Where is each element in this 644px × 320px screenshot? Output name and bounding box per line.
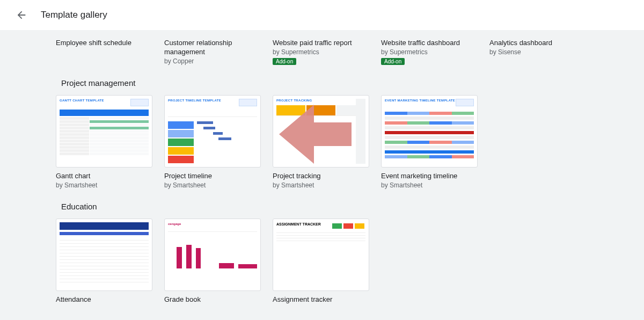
- template-title: Project timeline: [164, 172, 261, 181]
- template-author: by Smartsheet: [381, 181, 478, 189]
- template-title: Website traffic dashboard: [381, 39, 478, 48]
- template-title: Assignment tracker: [273, 295, 369, 304]
- arrow-left-icon: [16, 9, 27, 21]
- template-card-attendance[interactable]: Attendance: [56, 219, 152, 304]
- template-title: Grade book: [164, 295, 261, 304]
- template-thumbnail[interactable]: [56, 219, 152, 291]
- thumb-info-box: [456, 99, 474, 106]
- template-card-project-tracking[interactable]: PROJECT TRACKING Project tracking by Sma…: [273, 95, 369, 189]
- template-card[interactable]: Employee shift schedule: [56, 34, 152, 66]
- header-bar: Template gallery: [0, 0, 644, 30]
- template-title: Project tracking: [273, 172, 369, 181]
- addon-badge: Add-on: [273, 58, 296, 65]
- template-card[interactable]: Customer relationship management by Copp…: [164, 34, 261, 66]
- template-thumbnail[interactable]: ASSIGNMENT TRACKER: [273, 219, 369, 291]
- addon-badge: Add-on: [381, 58, 405, 65]
- template-thumbnail[interactable]: cengage: [164, 219, 261, 291]
- back-button[interactable]: [11, 4, 32, 26]
- template-title: Website paid traffic report: [273, 39, 369, 48]
- section-title-project-management: Project management: [61, 78, 644, 88]
- template-author: by Smartsheet: [56, 181, 152, 189]
- section-title-education: Education: [61, 202, 644, 211]
- template-author: by Copper: [164, 57, 261, 65]
- template-title: Gantt chart: [56, 172, 152, 181]
- template-thumbnail[interactable]: GANTT CHART TEMPLATE: [56, 95, 152, 168]
- template-author: by Sisense: [489, 48, 586, 56]
- thumb-brand: cengage: [168, 222, 257, 226]
- thumb-info-box: [239, 99, 257, 106]
- template-author: by Supermetrics: [273, 48, 369, 56]
- project-mgmt-row: GANTT CHART TEMPLATE Gantt c: [56, 95, 644, 189]
- template-title: Employee shift schedule: [56, 39, 152, 48]
- template-thumbnail[interactable]: PROJECT TIMELINE TEMPLATE: [164, 95, 261, 168]
- page-title: Template gallery: [41, 10, 107, 20]
- template-card[interactable]: Website traffic dashboard by Supermetric…: [381, 34, 478, 66]
- template-title: Customer relationship management: [164, 39, 261, 57]
- template-card-project-timeline[interactable]: PROJECT TIMELINE TEMPLATE Project timeli…: [164, 95, 261, 189]
- template-card[interactable]: Analytics dashboard by Sisense: [489, 34, 586, 66]
- template-card-assignment-tracker[interactable]: ASSIGNMENT TRACKER Assignment tracker: [273, 219, 369, 304]
- thumb-info-box: [130, 99, 149, 106]
- template-thumbnail[interactable]: PROJECT TRACKING: [273, 95, 369, 168]
- template-author: by Supermetrics: [381, 48, 478, 56]
- template-author: by Smartsheet: [273, 181, 369, 189]
- prev-section-row: Employee shift schedule Customer relatio…: [56, 34, 644, 66]
- template-title: Analytics dashboard: [489, 39, 586, 48]
- template-card-gantt[interactable]: GANTT CHART TEMPLATE Gantt c: [56, 95, 152, 189]
- template-thumbnail[interactable]: EVENT MARKETING TIMELINE TEMPLATE: [381, 95, 478, 168]
- template-author: by Smartsheet: [164, 181, 261, 189]
- template-card[interactable]: Website paid traffic report by Supermetr…: [273, 34, 369, 66]
- template-card-event-marketing[interactable]: EVENT MARKETING TIMELINE TEMPLATE Event …: [381, 95, 478, 189]
- education-row: Attendance cengage Grade book AS: [56, 219, 644, 304]
- template-title: Event marketing timeline: [381, 172, 478, 181]
- template-card-gradebook[interactable]: cengage Grade book: [164, 219, 261, 304]
- template-title: Attendance: [56, 295, 152, 304]
- thumb-title: PROJECT TRACKING: [276, 99, 365, 102]
- gallery-content: Employee shift schedule Customer relatio…: [0, 30, 644, 304]
